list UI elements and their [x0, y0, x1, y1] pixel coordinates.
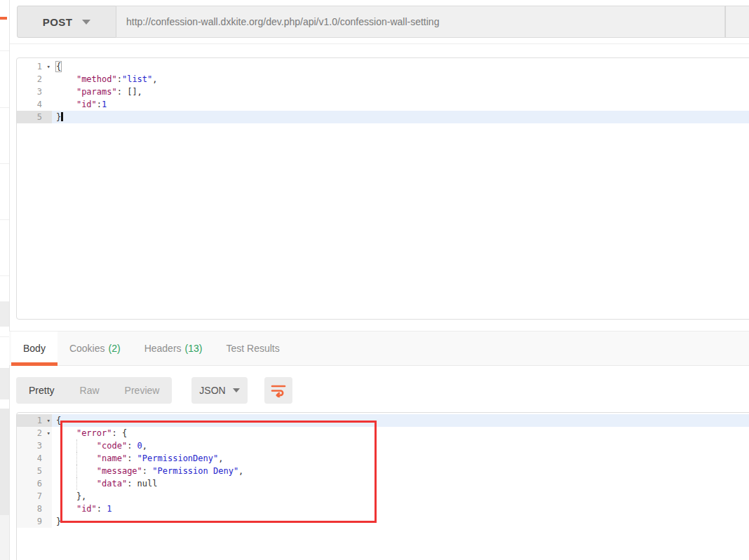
sidebar-divider [0, 275, 9, 276]
tab-label: Test Results [226, 343, 279, 354]
line-number: 4 [17, 98, 52, 111]
code-line-1[interactable]: 1▾{ [17, 414, 749, 427]
method-label: POST [43, 16, 72, 28]
line-number: 2 [17, 73, 52, 86]
panel-divider-vertical [9, 0, 10, 560]
tab-count-badge: (13) [185, 343, 203, 354]
code-text: "code": 0, [52, 439, 749, 452]
line-number: 4 [17, 452, 52, 465]
code-text: "data": null [52, 477, 749, 490]
line-number: 3 [17, 86, 52, 98]
code-line-4[interactable]: 4 "name": "PermissionDeny", [17, 452, 749, 465]
code-line-5[interactable]: 5 "message": "Permission Deny", [17, 465, 749, 477]
code-line-2[interactable]: 2▾ "error": { [17, 427, 749, 439]
tab-test-results[interactable]: Test Results [214, 332, 291, 365]
view-mode-raw[interactable]: Raw [67, 377, 112, 404]
line-number: 9 [17, 515, 52, 528]
params-button[interactable]: Params [725, 6, 749, 38]
code-line-1[interactable]: 1▾{ [17, 60, 749, 73]
tab-body[interactable]: Body [11, 332, 58, 365]
view-mode-pretty[interactable]: Pretty [16, 377, 67, 404]
line-number: 3 [17, 439, 52, 452]
code-text: "params": [], [52, 86, 749, 98]
code-text: } [52, 111, 749, 123]
line-number: 8 [17, 503, 52, 515]
method-dropdown[interactable]: POST [17, 6, 116, 38]
sidebar-item-edge [0, 515, 9, 560]
format-label: JSON [199, 385, 225, 396]
wrap-lines-button[interactable] [264, 377, 292, 404]
sidebar-item-edge [0, 301, 9, 327]
sidebar-divider [0, 50, 9, 51]
url-input[interactable]: http://confession-wall.dxkite.org/dev.ph… [116, 6, 725, 38]
code-line-6[interactable]: 6 "data": null [17, 477, 749, 490]
fold-caret-icon[interactable]: ▾ [47, 414, 50, 427]
response-view-mode-group: PrettyRawPreview [16, 377, 172, 404]
sidebar-item-edge [0, 368, 9, 399]
section-divider [10, 43, 749, 44]
tab-count-badge: (2) [109, 343, 121, 354]
sidebar-divider [0, 336, 9, 337]
fold-caret-icon[interactable]: ▾ [47, 60, 50, 73]
indent-guide [76, 477, 77, 490]
code-text: "method":"list", [52, 73, 749, 86]
code-text: "error": { [52, 427, 749, 439]
code-text: }, [52, 490, 749, 503]
view-mode-preview[interactable]: Preview [112, 377, 173, 404]
active-tab-underline [11, 362, 58, 366]
code-text: } [52, 515, 749, 528]
text-cursor [61, 112, 63, 121]
sidebar-item-edge [0, 409, 9, 515]
response-tabs: BodyCookies(2)Headers(13)Test Results [9, 331, 749, 366]
line-number: 1▾ [17, 414, 52, 427]
line-number: 7 [17, 490, 52, 503]
code-line-4[interactable]: 4 "id":1 [17, 98, 749, 111]
code-line-5[interactable]: 5} [17, 111, 749, 123]
sidebar-divider [0, 107, 9, 108]
sidebar-divider [0, 163, 9, 164]
indent-guide [76, 452, 77, 465]
line-number: 2▾ [17, 427, 52, 439]
indent-guide [76, 465, 77, 477]
sidebar-divider [0, 219, 9, 220]
word-wrap-icon [271, 383, 286, 397]
code-line-3[interactable]: 3 "code": 0, [17, 439, 749, 452]
code-text: "id": 1 [52, 503, 749, 515]
response-body-editor[interactable]: 1▾{2▾ "error": {3 "code": 0,4 "name": "P… [16, 412, 749, 560]
code-text: { [52, 414, 749, 427]
sidebar-accent-bar [0, 17, 7, 20]
tab-label: Body [23, 343, 46, 354]
collapsed-sidebar [0, 0, 9, 560]
code-line-3[interactable]: 3 "params": [], [17, 86, 749, 98]
api-client-window: POST http://confession-wall.dxkite.org/d… [0, 0, 749, 560]
line-number: 6 [17, 477, 52, 490]
code-text: "id":1 [52, 98, 749, 111]
chevron-down-icon [233, 388, 240, 392]
line-number: 5 [17, 111, 52, 123]
code-line-9[interactable]: 9} [17, 515, 749, 528]
tab-headers[interactable]: Headers(13) [133, 332, 215, 365]
tab-cookies[interactable]: Cookies(2) [58, 332, 133, 365]
code-line-8[interactable]: 8 "id": 1 [17, 503, 749, 515]
code-text: "message": "Permission Deny", [52, 465, 749, 477]
code-text: { [52, 60, 749, 73]
indent-guide [76, 439, 77, 452]
code-line-7[interactable]: 7 }, [17, 490, 749, 503]
format-dropdown[interactable]: JSON [191, 377, 248, 404]
request-body-editor[interactable]: 1▾{2 "method":"list",3 "params": [],4 "i… [16, 57, 749, 320]
line-number: 5 [17, 465, 52, 477]
chevron-down-icon [82, 20, 90, 25]
code-text: "name": "PermissionDeny", [52, 452, 749, 465]
tab-label: Cookies [69, 343, 105, 354]
fold-caret-icon[interactable]: ▾ [47, 427, 50, 439]
line-number: 1▾ [17, 60, 52, 73]
code-line-2[interactable]: 2 "method":"list", [17, 73, 749, 86]
tab-label: Headers [144, 343, 182, 354]
